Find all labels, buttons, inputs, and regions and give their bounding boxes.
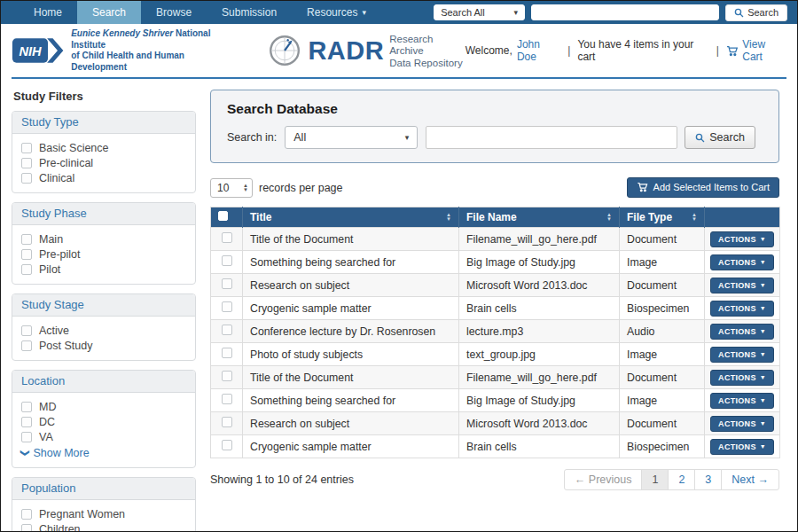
sort-up-down-icon[interactable]: ▲▼: [606, 213, 612, 222]
checkbox-icon[interactable]: [21, 249, 32, 260]
row-checkbox[interactable]: [222, 371, 232, 381]
search-form-row: Search in: All ▾ Search: [227, 126, 763, 149]
table-row: Cryogenic sample matterBrain cellsBiospe…: [211, 435, 780, 458]
filter-option-dc[interactable]: DC: [21, 414, 186, 429]
results-table-header-row: Title▲▼File Name▲▼File Type▲▼: [211, 207, 780, 228]
filter-option-pregnant-women[interactable]: Pregnant Women: [21, 506, 186, 521]
checkbox-icon[interactable]: [21, 524, 32, 532]
view-cart-link[interactable]: View Cart: [742, 38, 786, 63]
row-checkbox[interactable]: [222, 232, 232, 243]
filter-group-header[interactable]: Study Stage: [12, 294, 195, 317]
nih-name-italic: Eunice Kennedy Shriver: [71, 28, 173, 38]
actions-button[interactable]: ACTIONS▼: [710, 370, 774, 386]
cell-select: [211, 228, 243, 251]
actions-button[interactable]: ACTIONS▼: [710, 439, 774, 455]
pagination-page-3[interactable]: 3: [694, 469, 722, 490]
cell-file-type: Document: [620, 274, 705, 297]
cell-file-type: Image: [620, 251, 705, 274]
actions-button[interactable]: ACTIONS▼: [710, 254, 774, 270]
filter-option-basic-science[interactable]: Basic Science: [21, 140, 186, 155]
row-checkbox[interactable]: [222, 301, 232, 312]
nav-search-input[interactable]: [531, 4, 719, 20]
row-checkbox[interactable]: [222, 348, 232, 358]
actions-button[interactable]: ACTIONS▼: [710, 231, 774, 247]
filter-group-header[interactable]: Study Phase: [12, 203, 195, 225]
separator: |: [565, 44, 573, 57]
column-header-title[interactable]: Title▲▼: [243, 207, 459, 228]
checkbox-icon[interactable]: [21, 264, 32, 275]
sort-up-down-icon[interactable]: ▲▼: [692, 213, 697, 222]
row-checkbox[interactable]: [222, 325, 232, 335]
actions-button[interactable]: ACTIONS▼: [710, 416, 774, 432]
checkbox-icon[interactable]: [21, 402, 32, 412]
nav-item-search[interactable]: Search: [77, 1, 141, 24]
row-checkbox[interactable]: [222, 417, 232, 427]
filter-option-post-study[interactable]: Post Study: [21, 338, 186, 353]
checkbox-icon[interactable]: [21, 432, 32, 442]
chevron-down-icon: ▼: [760, 236, 766, 242]
filter-group-header[interactable]: Population: [12, 478, 195, 500]
actions-button[interactable]: ACTIONS▼: [710, 278, 774, 293]
nav-search-scope-select[interactable]: Search All ▾: [434, 4, 525, 20]
nav-search-button[interactable]: Search: [725, 4, 787, 21]
cell-title: Title of the Document: [243, 228, 459, 251]
nav-item-browse[interactable]: Browse: [141, 1, 207, 24]
filter-option-active[interactable]: Active: [21, 323, 186, 338]
actions-button[interactable]: ACTIONS▼: [710, 393, 774, 409]
nih-logo[interactable]: NIH Eunice Kennedy Shriver National Inst…: [12, 28, 242, 73]
checkbox-icon[interactable]: [21, 143, 32, 153]
pagination-page-2[interactable]: 2: [668, 469, 695, 490]
row-checkbox[interactable]: [222, 278, 232, 289]
checkbox-icon[interactable]: [21, 234, 32, 245]
checkbox-icon[interactable]: [21, 509, 32, 520]
row-checkbox[interactable]: [222, 255, 232, 266]
checkbox-icon[interactable]: [21, 158, 32, 168]
filter-option-main[interactable]: Main: [21, 231, 186, 246]
filter-group-location: LocationMDDCVA❯Show More: [12, 370, 196, 468]
column-header-file-name[interactable]: File Name▲▼: [459, 207, 620, 228]
search-query-input[interactable]: [426, 126, 677, 149]
pagination-page-1[interactable]: 1: [641, 469, 669, 490]
filter-group-study-phase: Study PhaseMainPre-pilotPilot: [12, 202, 196, 285]
actions-button-label: ACTIONS: [718, 350, 756, 359]
filter-option-md[interactable]: MD: [21, 399, 186, 414]
actions-button-label: ACTIONS: [718, 373, 756, 382]
search-scope-select[interactable]: All ▾: [285, 126, 418, 149]
radr-logo[interactable]: RADR Research Archive Data Repository: [269, 32, 465, 70]
show-more-link[interactable]: ❯Show More: [21, 444, 186, 460]
filter-option-va[interactable]: VA: [21, 429, 186, 444]
search-submit-button[interactable]: Search: [685, 126, 755, 149]
checkbox-icon[interactable]: [21, 325, 32, 336]
actions-button[interactable]: ACTIONS▼: [710, 324, 774, 340]
add-selected-to-cart-label: Add Selected Items to Cart: [653, 182, 770, 192]
select-all-checkbox[interactable]: [218, 211, 228, 221]
filter-option-pre-pilot[interactable]: Pre-pilot: [21, 246, 186, 262]
actions-button[interactable]: ACTIONS▼: [710, 347, 774, 363]
checkbox-icon[interactable]: [21, 173, 32, 184]
filter-option-pre-clinical[interactable]: Pre-clinical: [21, 155, 186, 170]
actions-button[interactable]: ACTIONS▼: [710, 301, 774, 317]
nav-item-home[interactable]: Home: [19, 1, 77, 24]
checkbox-icon[interactable]: [21, 340, 32, 351]
row-checkbox[interactable]: [222, 440, 232, 450]
nav-item-resources[interactable]: Resources▾: [292, 1, 381, 24]
column-header-file-type[interactable]: File Type▲▼: [620, 207, 705, 228]
add-selected-to-cart-button[interactable]: Add Selected Items to Cart: [627, 177, 779, 198]
pagination-previous[interactable]: ← Previous: [564, 469, 643, 490]
filter-option-children[interactable]: Children: [21, 521, 186, 532]
filter-group-header[interactable]: Location: [12, 371, 195, 393]
row-checkbox[interactable]: [222, 394, 232, 404]
filter-option-clinical[interactable]: Clinical: [21, 170, 186, 185]
checkbox-icon[interactable]: [21, 417, 32, 427]
filter-group-header[interactable]: Study Type: [12, 112, 195, 134]
records-per-page-label: records per page: [259, 182, 343, 194]
user-name-link[interactable]: John Doe: [517, 38, 560, 63]
nav-item-submission[interactable]: Submission: [207, 1, 292, 24]
magnifier-icon: [695, 133, 705, 143]
pagination-next[interactable]: Next →: [721, 469, 779, 490]
nav-item-label: Search: [92, 6, 126, 19]
records-per-page-select[interactable]: 10 ▲▼: [210, 178, 253, 198]
filter-option-pilot[interactable]: Pilot: [21, 262, 186, 277]
filter-option-label: Children: [39, 523, 81, 532]
sort-up-down-icon[interactable]: ▲▼: [446, 213, 451, 222]
